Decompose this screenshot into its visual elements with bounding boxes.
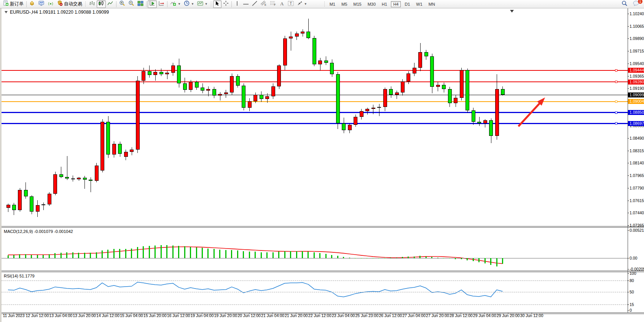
line-handle[interactable]	[615, 69, 617, 72]
svg-text:T: T	[290, 2, 292, 6]
svg-text:A: A	[280, 1, 284, 6]
cursor-button[interactable]	[213, 0, 222, 8]
text-tool[interactable]: A	[278, 0, 286, 8]
macd-histogram-bar	[25, 254, 26, 258]
rsi-pane[interactable]	[2, 272, 628, 312]
timeframe-group: M1M5M15M30H1H4D1W1MN	[327, 1, 438, 7]
signals-button[interactable]	[46, 0, 55, 8]
line-handle[interactable]	[615, 100, 617, 103]
candle	[460, 70, 464, 98]
zoom-in-button[interactable]	[118, 0, 127, 8]
signals-icon	[48, 1, 54, 8]
zoom-out-button[interactable]	[127, 0, 136, 8]
line-handle[interactable]	[615, 122, 617, 124]
timeframe-button-m30[interactable]: M30	[365, 1, 378, 7]
time-axis-tick	[508, 312, 509, 314]
chart-shift-marker[interactable]	[510, 10, 514, 13]
timeframe-button-m1[interactable]: M1	[327, 1, 338, 7]
timeframe-button-m5[interactable]: M5	[339, 1, 349, 7]
crosshair-button[interactable]	[222, 0, 230, 8]
macd-histogram-bar	[107, 250, 108, 258]
new-order-button[interactable]: 新订单	[2, 0, 25, 8]
price-level-line[interactable]	[2, 123, 628, 124]
fibonacci-tool[interactable]: F	[268, 0, 278, 8]
auto-scroll-button[interactable]	[148, 0, 157, 8]
macd-histogram-bar	[96, 252, 97, 258]
chevron-down-icon: ▼	[205, 2, 208, 6]
tile-windows-button[interactable]	[136, 0, 145, 8]
search-button[interactable]	[620, 0, 629, 8]
macd-pane[interactable]	[2, 228, 628, 271]
macd-histogram-bar	[373, 258, 374, 258]
trendline-icon	[252, 1, 257, 8]
price-level-line[interactable]	[2, 112, 628, 113]
candle	[95, 166, 99, 181]
macd-histogram-bar	[308, 252, 309, 258]
time-axis-tick	[202, 312, 202, 314]
chart-bars-button[interactable]	[88, 0, 97, 8]
macd-histogram-bar	[378, 258, 379, 258]
timeframe-button-w1[interactable]: W1	[414, 1, 425, 7]
candle	[142, 71, 145, 80]
macd-histogram-bar	[237, 250, 238, 258]
candle	[206, 89, 210, 91]
timeframe-button-mn[interactable]: MN	[426, 1, 437, 7]
price-tick-mark	[628, 14, 629, 14]
macd-tick-label: 0.00	[630, 256, 637, 260]
candle	[301, 32, 304, 34]
candle	[71, 179, 75, 179]
arrows-icon	[297, 1, 303, 8]
equidistant-channel-tool[interactable]: E	[259, 0, 268, 8]
timeframe-button-h1[interactable]: H1	[379, 1, 389, 7]
chevron-down-icon: ▼	[191, 2, 194, 6]
candle	[36, 205, 40, 212]
text-label-tool[interactable]: T	[286, 0, 295, 8]
templates-button[interactable]: ▼	[196, 0, 209, 8]
time-axis-tick	[249, 312, 249, 314]
ohlc-toggle-icon[interactable]	[5, 11, 8, 13]
candle	[448, 89, 452, 103]
candle	[401, 81, 405, 93]
line-handle[interactable]	[615, 112, 617, 114]
candle	[236, 76, 240, 85]
timeframe-button-h4[interactable]: H4	[391, 1, 401, 7]
macd-histogram-bar	[178, 246, 179, 258]
timeframe-button-m15[interactable]: M15	[351, 1, 363, 7]
macd-histogram-bar	[72, 252, 73, 258]
time-axis-tick	[84, 312, 84, 314]
timeframe-button-d1[interactable]: D1	[402, 1, 412, 7]
macd-histogram-bar	[231, 250, 232, 258]
chart-window[interactable]: EURUSD-,H4 1.09181 1.09220 1.09088 1.090…	[0, 8, 644, 322]
candle	[165, 73, 169, 74]
main-price-pane[interactable]	[2, 8, 628, 226]
chart-line-button[interactable]	[106, 0, 115, 8]
periods-button[interactable]: ▼	[182, 0, 196, 8]
price-level-line[interactable]	[2, 70, 628, 71]
horizontal-line-tool[interactable]	[241, 0, 250, 8]
trendline-tool[interactable]	[250, 0, 259, 8]
time-axis-tick	[296, 312, 296, 314]
candle	[336, 74, 340, 123]
indicators-button[interactable]: ▼	[169, 0, 182, 8]
candle	[418, 52, 422, 68]
market-watch-button[interactable]	[28, 0, 37, 8]
candle	[201, 88, 204, 90]
price-level-badge: 1.09280	[628, 80, 644, 84]
price-level-line[interactable]	[2, 101, 628, 102]
terminal-button[interactable]	[37, 0, 46, 8]
time-axis-tick	[108, 312, 108, 314]
chart-candles-button[interactable]	[97, 0, 106, 8]
macd-histogram-bar	[214, 249, 215, 258]
candle-wick	[167, 71, 167, 79]
line-handle[interactable]	[615, 81, 617, 83]
auto-trading-button[interactable]: 自动交易	[55, 0, 84, 8]
notifications-button[interactable]: 1	[631, 0, 641, 8]
toolbar-separator	[26, 1, 27, 7]
arrows-tool[interactable]: ▼	[295, 0, 309, 8]
price-tick-mark	[628, 188, 629, 188]
vertical-line-tool[interactable]	[233, 0, 241, 8]
macd-histogram-bar	[261, 252, 262, 258]
price-level-line[interactable]	[2, 81, 628, 82]
chart-shift-button[interactable]	[157, 0, 166, 8]
macd-histogram-bar	[414, 257, 415, 258]
